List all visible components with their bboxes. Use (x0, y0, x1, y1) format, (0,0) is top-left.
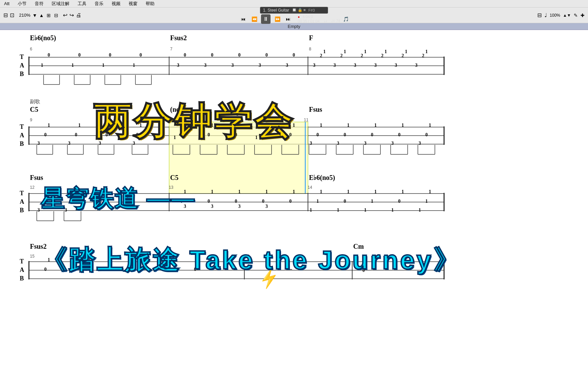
svg-text:1: 1 (347, 189, 349, 194)
svg-text:1: 1 (102, 63, 104, 68)
svg-text:1: 1 (320, 189, 322, 194)
svg-text:B: B (20, 275, 24, 282)
svg-text:2: 2 (340, 53, 343, 58)
svg-text:T: T (20, 53, 24, 60)
svg-text:1: 1 (402, 189, 404, 194)
svg-text:A: A (20, 132, 24, 139)
menu-item-shichuang[interactable]: 视窗 (127, 1, 139, 7)
svg-text:1: 1 (391, 208, 394, 213)
menu-item-shipin[interactable]: 视频 (110, 1, 122, 7)
svg-text:3: 3 (313, 63, 315, 68)
svg-text:0: 0 (238, 52, 241, 58)
svg-text:T: T (20, 123, 24, 130)
menu-item-att[interactable]: Att (3, 1, 11, 6)
svg-text:3: 3 (354, 63, 356, 68)
svg-text:0: 0 (265, 52, 268, 58)
svg-text:0: 0 (398, 199, 401, 204)
fast-forward-btn[interactable]: ⏩ (273, 15, 281, 23)
svg-text:1: 1 (238, 189, 241, 194)
svg-text:0: 0 (75, 132, 77, 137)
svg-text:3: 3 (265, 204, 268, 209)
svg-text:7: 7 (170, 47, 173, 51)
menu-item-xiaojie[interactable]: 小节 (16, 1, 28, 7)
goto-end-btn[interactable]: ⏭ (284, 15, 292, 23)
svg-text:3: 3 (259, 63, 261, 68)
svg-text:0: 0 (235, 199, 237, 204)
svg-text:1: 1 (41, 63, 43, 68)
mixer-btn[interactable]: ⊟ (537, 12, 542, 18)
main-content: E♭6(no5) Fsus2 F 6 7 8 T A B 0 0 0 0 1 1 (0, 30, 588, 368)
add-btn[interactable]: ✚ (581, 13, 585, 18)
play-pause-btn[interactable]: ⏸ (261, 14, 271, 24)
menu-item-gongju[interactable]: 工具 (76, 1, 88, 7)
goto-start-btn[interactable]: ⏮ (239, 15, 247, 23)
svg-text:1: 1 (347, 123, 349, 128)
menu-item-bangzhu[interactable]: 帮助 (144, 1, 156, 7)
svg-text:1: 1 (133, 63, 135, 68)
svg-text:1: 1 (337, 208, 339, 213)
svg-text:0: 0 (208, 199, 210, 204)
zoom-menu[interactable]: ⊞ (47, 13, 51, 18)
svg-text:3: 3 (177, 63, 179, 68)
zoom-decrease[interactable]: ▼ (32, 13, 37, 18)
toolbar: ⊟ ⊡ 210% ▼ ▲ ⊞ ⊟ ↩ ↪ 🖨 1. Steel Guitar 🔲… (0, 7, 588, 23)
svg-text:1: 1 (374, 189, 377, 194)
svg-text:12: 12 (30, 185, 35, 190)
track-icons: 🔲 🔒 ≡ (292, 8, 306, 12)
menu-item-yinyue[interactable]: 音乐 (93, 1, 105, 7)
svg-text:0: 0 (140, 52, 142, 58)
menu-item-quyuzhujie[interactable]: 区域注解 (50, 1, 71, 7)
layout-btn-1[interactable]: ⊟ (3, 12, 8, 18)
zoom-increase[interactable]: ▲ (39, 13, 44, 18)
overlay-yellow-text: 两分钟学会 (94, 96, 294, 147)
svg-text:E♭6(no5): E♭6(no5) (309, 174, 335, 182)
svg-text:3: 3 (68, 141, 70, 146)
layout-btn-2[interactable]: ⊡ (10, 12, 14, 18)
undo-btn[interactable]: ↩ (63, 12, 67, 18)
menu-item-yinfu[interactable]: 音符 (33, 1, 45, 7)
svg-text:2: 2 (422, 53, 424, 58)
svg-text:1: 1 (429, 189, 431, 194)
svg-text:T: T (20, 258, 24, 265)
svg-text:0: 0 (44, 132, 47, 137)
redo-btn[interactable]: ↪ (69, 12, 74, 18)
svg-text:3: 3 (333, 63, 336, 68)
svg-text:0: 0 (316, 132, 319, 137)
svg-text:2: 2 (361, 53, 363, 58)
svg-text:3: 3 (391, 141, 394, 146)
svg-text:2: 2 (320, 53, 322, 58)
svg-text:9: 9 (30, 118, 32, 122)
print-btn[interactable]: 🖨 (76, 12, 81, 18)
svg-text:1: 1 (364, 49, 366, 54)
zoom-arrows[interactable]: ▲▼ (563, 13, 571, 18)
svg-text:1: 1 (48, 123, 50, 128)
svg-text:1: 1 (211, 189, 213, 194)
svg-text:3: 3 (415, 63, 418, 68)
svg-text:1: 1 (405, 49, 407, 54)
svg-text:F: F (309, 34, 313, 42)
position-display: ● 4:04:0 (298, 15, 313, 19)
svg-text:副歌: 副歌 (30, 98, 40, 104)
svg-text:1: 1 (71, 63, 74, 68)
svg-text:1: 1 (385, 49, 387, 54)
svg-text:0: 0 (293, 52, 295, 58)
svg-text:B: B (20, 140, 24, 147)
svg-text:3: 3 (364, 141, 366, 146)
svg-text:1: 1 (364, 208, 366, 213)
svg-text:A: A (20, 198, 24, 205)
notation-btn[interactable]: ♩ (544, 12, 547, 18)
svg-text:B: B (20, 207, 24, 214)
svg-text:B: B (20, 71, 24, 77)
svg-text:Fsus: Fsus (309, 106, 322, 113)
svg-text:0: 0 (344, 199, 346, 204)
svg-text:A: A (20, 62, 24, 69)
svg-text:1: 1 (402, 123, 404, 128)
pencil-btn[interactable]: ✎ (574, 13, 578, 18)
metronome-btn[interactable]: 🎵 (343, 16, 349, 22)
time-display: 00:35 / 01:04 ♩♩ ♩= 74 (298, 19, 340, 23)
layout-mode[interactable]: ⊟ (54, 13, 58, 18)
rewind-btn[interactable]: ⏪ (250, 15, 258, 23)
svg-text:3: 3 (374, 63, 377, 68)
svg-text:0: 0 (398, 132, 401, 137)
svg-text:8: 8 (309, 47, 311, 51)
